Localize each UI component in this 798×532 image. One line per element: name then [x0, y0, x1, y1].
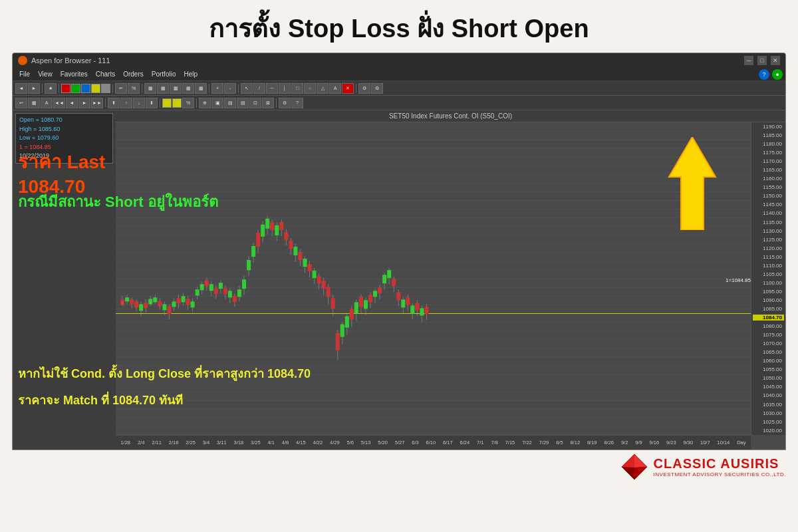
tb2-8[interactable]: ⬆ [108, 98, 120, 108]
tb2-7[interactable]: ►► [91, 98, 103, 108]
browser-window: Aspen for Browser - 111 ─ □ ✕ File View … [12, 53, 786, 450]
price-1080: 1080.00 [753, 323, 784, 329]
tb-delete[interactable]: ✕ [342, 83, 354, 94]
tb-vline[interactable]: │ [279, 83, 291, 94]
tb2-4[interactable]: ◄◄ [53, 98, 65, 108]
svg-rect-162 [313, 271, 317, 278]
tb-zoom-in[interactable]: + [211, 83, 223, 94]
date-34: 3/4 [203, 440, 209, 446]
tb2-1[interactable]: ↩ [15, 98, 27, 108]
date-624: 6/24 [460, 440, 470, 446]
price-1165: 1165.00 [753, 167, 784, 173]
price-1020: 1020.00 [753, 428, 784, 434]
menu-charts[interactable]: Charts [92, 70, 119, 78]
tb-settings2[interactable]: ⚙ [371, 83, 383, 94]
tb2-14[interactable]: ? [291, 98, 303, 108]
date-85: 8/5 [556, 440, 563, 446]
svg-rect-60 [153, 297, 157, 302]
date-812: 8/12 [570, 440, 580, 446]
svg-rect-72 [172, 301, 176, 307]
chart-left-panel: Open = 1080.70 High = 1085.60 Low = 1079… [13, 110, 116, 450]
tb2-zoom6[interactable]: ⊠ [262, 98, 274, 108]
tb2-zoom1[interactable]: ⊕ [199, 98, 211, 108]
tb-zoom-out[interactable]: - [224, 83, 236, 94]
color-blue[interactable] [81, 84, 90, 93]
color-red[interactable] [61, 84, 70, 93]
svg-rect-90 [200, 284, 204, 290]
tb2-5[interactable]: ◄ [66, 98, 78, 108]
tb2-2[interactable]: ▦ [28, 98, 40, 108]
price-1110: 1110.00 [753, 263, 784, 269]
tb2-col1[interactable] [162, 98, 172, 108]
help-icon[interactable]: ? [759, 69, 769, 80]
close-button[interactable]: ✕ [771, 56, 780, 65]
menu-portfolio[interactable]: Portfolio [148, 70, 180, 78]
tb-cursor[interactable]: ↖ [241, 83, 253, 94]
price-1185: 1185.00 [753, 132, 784, 138]
tb-line[interactable]: / [253, 83, 265, 94]
tb-eraser[interactable]: % [128, 83, 140, 94]
tb2-12[interactable]: % [182, 98, 194, 108]
menu-view[interactable]: View [34, 70, 57, 78]
tb2-10[interactable]: ↓ [133, 98, 145, 108]
tb-settings1[interactable]: ⚙ [358, 83, 370, 94]
menu-favorites[interactable]: Favorites [57, 70, 92, 78]
color-yellow[interactable] [91, 84, 100, 93]
tb2-11[interactable]: ⬇ [146, 98, 158, 108]
status-icon: ● [772, 69, 783, 80]
date-78: 7/8 [491, 440, 497, 446]
tb2-9[interactable]: ↑ [120, 98, 132, 108]
menubar: File View Favorites Charts Orders Portfo… [13, 68, 785, 81]
tb-rect[interactable]: □ [291, 83, 303, 94]
tb-back[interactable]: ◄ [15, 83, 27, 94]
tb-pencil[interactable]: ✏ [115, 83, 127, 94]
tb-fwd[interactable]: ► [28, 83, 40, 94]
tb-chart1[interactable]: ▦ [144, 83, 156, 94]
price-1190: 1190.00 [753, 124, 784, 130]
svg-rect-117 [242, 279, 246, 289]
tb2-13[interactable]: ⚙ [279, 98, 291, 108]
tb-text[interactable]: A [329, 83, 341, 94]
minimize-button[interactable]: ─ [744, 56, 753, 65]
tb-sep7 [356, 84, 356, 93]
menu-file[interactable]: File [15, 70, 34, 78]
candlestick-chart[interactable] [116, 122, 751, 436]
price-1145: 1145.00 [753, 201, 784, 207]
menu-orders[interactable]: Orders [119, 70, 148, 78]
tb2-zoom3[interactable]: ▤ [224, 98, 236, 108]
tb2-zoom2[interactable]: ▣ [211, 98, 223, 108]
date-715: 7/15 [505, 440, 515, 446]
date-225: 2/25 [186, 440, 196, 446]
tb-star[interactable]: ★ [45, 83, 57, 94]
restore-button[interactable]: □ [757, 56, 767, 65]
tb-chart3[interactable]: ▦ [170, 83, 182, 94]
price-1180: 1180.00 [753, 141, 784, 147]
price-1175: 1175.00 [753, 150, 784, 156]
tb2-zoom4[interactable]: ▤ [237, 98, 249, 108]
color-gray[interactable] [101, 84, 110, 93]
price-1095: 1095.00 [753, 289, 784, 295]
menu-help[interactable]: Help [180, 70, 201, 78]
tb-hline[interactable]: ─ [266, 83, 278, 94]
tb-chart4[interactable]: ▦ [182, 83, 194, 94]
tb-chart2[interactable]: ▦ [157, 83, 169, 94]
tb2-col2[interactable] [172, 98, 182, 108]
svg-rect-1 [116, 122, 751, 436]
tb-chart5[interactable]: ▦ [195, 83, 207, 94]
color-green[interactable] [71, 84, 80, 93]
tb-circle[interactable]: ○ [304, 83, 316, 94]
tb-sep2 [59, 84, 59, 93]
tb2-zoom5[interactable]: ⊡ [249, 98, 261, 108]
svg-rect-78 [182, 296, 186, 302]
svg-rect-225 [410, 305, 414, 313]
chart-low: Low = 1079.60 [19, 134, 109, 143]
price-1055: 1055.00 [753, 366, 784, 372]
svg-rect-69 [167, 306, 171, 314]
tb2-3[interactable]: A [41, 98, 53, 108]
tb-triangle[interactable]: △ [317, 83, 329, 94]
tb2-6[interactable]: ► [78, 98, 90, 108]
svg-rect-192 [359, 297, 363, 307]
svg-rect-81 [186, 299, 190, 305]
price-1065: 1065.00 [753, 349, 784, 355]
svg-marker-239 [622, 454, 634, 467]
